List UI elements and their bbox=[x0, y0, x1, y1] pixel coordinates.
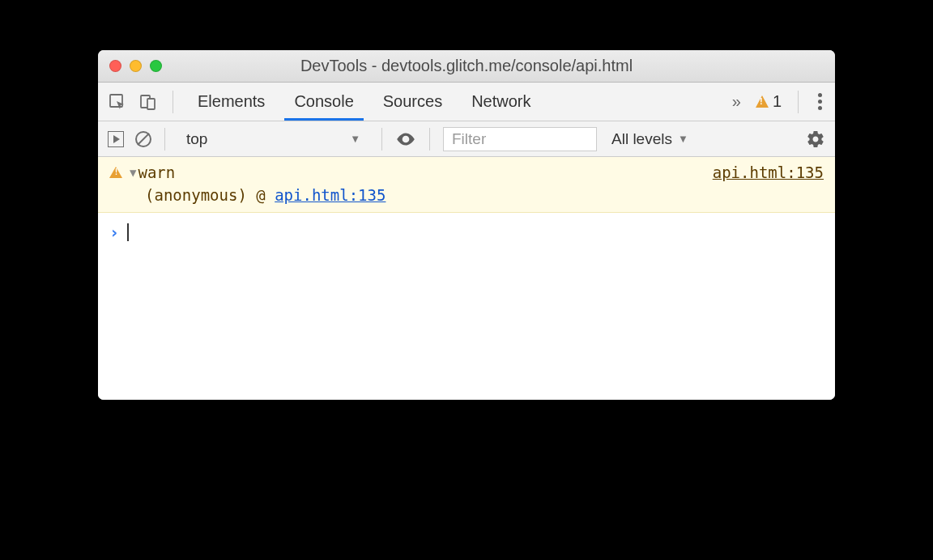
toggle-console-sidebar-icon[interactable] bbox=[108, 131, 124, 147]
tab-console[interactable]: Console bbox=[279, 83, 368, 121]
filter-input[interactable] bbox=[443, 127, 597, 151]
chevron-down-icon: ▼ bbox=[678, 133, 688, 145]
main-tabbar: Elements Console Sources Network » 1 bbox=[98, 83, 835, 121]
customize-menu-icon[interactable] bbox=[815, 90, 825, 113]
window-controls bbox=[109, 60, 162, 72]
execution-context-selector[interactable]: top ▼ bbox=[178, 127, 369, 151]
devtools-window: DevTools - devtools.glitch.me/console/ap… bbox=[98, 50, 835, 400]
stack-frame-link[interactable]: api.html:135 bbox=[275, 186, 386, 204]
separator bbox=[381, 128, 382, 151]
console-output: ▼ warn api.html:135 (anonymous) @ api.ht… bbox=[98, 157, 835, 400]
console-toolbar: top ▼ All levels ▼ bbox=[98, 121, 835, 157]
console-message-warning: ▼ warn api.html:135 (anonymous) @ api.ht… bbox=[98, 157, 835, 213]
separator bbox=[164, 128, 165, 151]
source-link[interactable]: api.html:135 bbox=[713, 163, 824, 181]
device-toolbar-icon[interactable] bbox=[138, 92, 158, 112]
window-title: DevTools - devtools.glitch.me/console/ap… bbox=[98, 57, 835, 75]
warning-icon bbox=[109, 167, 122, 178]
warnings-count-badge[interactable]: 1 bbox=[756, 92, 782, 111]
stack-trace: (anonymous) @ api.html:135 bbox=[109, 181, 824, 204]
titlebar[interactable]: DevTools - devtools.glitch.me/console/ap… bbox=[98, 50, 835, 83]
stack-frame-label: (anonymous) @ bbox=[145, 186, 275, 204]
console-settings-icon[interactable] bbox=[806, 129, 825, 149]
close-window-button[interactable] bbox=[109, 60, 121, 72]
more-tabs-icon[interactable]: » bbox=[732, 92, 741, 111]
text-cursor bbox=[127, 223, 129, 241]
prompt-chevron-icon: › bbox=[109, 223, 119, 242]
live-expression-icon[interactable] bbox=[395, 129, 416, 150]
panel-tabs: Elements Console Sources Network bbox=[183, 83, 546, 121]
console-prompt[interactable]: › bbox=[98, 213, 835, 252]
log-levels-selector[interactable]: All levels ▼ bbox=[611, 130, 688, 148]
log-message-text: warn bbox=[138, 163, 175, 181]
separator bbox=[798, 91, 799, 113]
tab-sources[interactable]: Sources bbox=[369, 83, 457, 121]
warning-icon bbox=[756, 95, 769, 108]
tab-network[interactable]: Network bbox=[457, 83, 545, 121]
tab-elements[interactable]: Elements bbox=[183, 83, 279, 121]
clear-console-icon[interactable] bbox=[135, 131, 151, 147]
disclosure-triangle-icon[interactable]: ▼ bbox=[130, 166, 136, 179]
zoom-window-button[interactable] bbox=[150, 60, 162, 72]
minimize-window-button[interactable] bbox=[130, 60, 142, 72]
separator bbox=[173, 91, 173, 113]
svg-rect-2 bbox=[147, 99, 155, 109]
inspect-element-icon[interactable] bbox=[108, 92, 127, 112]
separator bbox=[429, 128, 430, 151]
chevron-down-icon: ▼ bbox=[350, 133, 360, 145]
